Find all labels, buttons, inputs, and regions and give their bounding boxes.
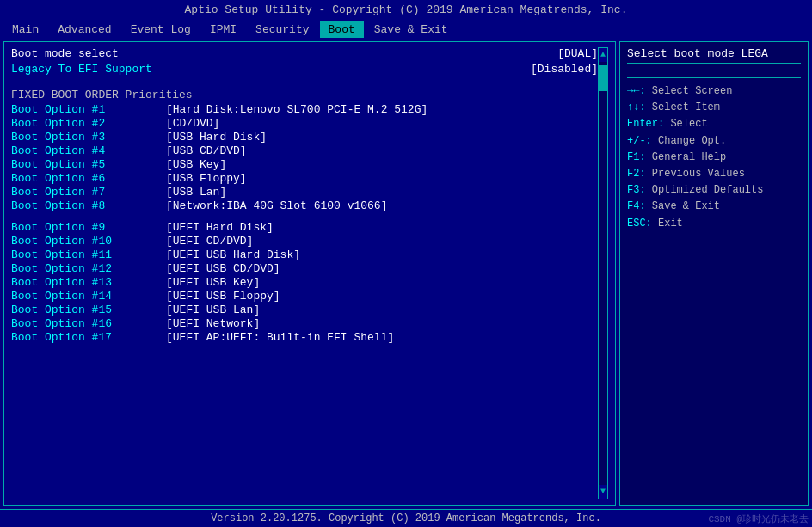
help-item-1: ↑↓: Select Item xyxy=(627,100,801,116)
scroll-down-arrow[interactable]: ▼ xyxy=(600,487,606,497)
boot-option-label-14[interactable]: Boot Option #14 xyxy=(11,290,166,303)
nav-tab-boot[interactable]: Boot xyxy=(320,21,364,38)
help-text-4: General Help xyxy=(646,151,727,163)
help-key-8: ESC: xyxy=(627,218,652,230)
boot-option-value-14: [UEFI USB Floppy] xyxy=(166,290,598,303)
boot-option-row-9: Boot Option #9[UEFI Hard Disk] xyxy=(11,221,598,234)
boot-option-label-7[interactable]: Boot Option #8 xyxy=(11,199,166,212)
legacy-label: Legacy To EFI Support xyxy=(11,63,152,76)
scroll-up-arrow[interactable]: ▲ xyxy=(600,50,606,60)
boot-mode-value[interactable]: [DUAL] xyxy=(557,47,598,60)
boot-option-row-0: Boot Option #1[Hard Disk:Lenovo SL700 PC… xyxy=(11,103,598,116)
help-text-0: Select Screen xyxy=(646,85,733,97)
boot-option-row-6: Boot Option #7[USB Lan] xyxy=(11,186,598,199)
boot-option-label-0[interactable]: Boot Option #1 xyxy=(11,103,166,116)
help-item-8: ESC: Exit xyxy=(627,216,801,232)
boot-option-value-0: [Hard Disk:Lenovo SL700 PCI-E M.2 512G] xyxy=(166,103,598,116)
boot-option-label-11[interactable]: Boot Option #11 xyxy=(11,248,166,261)
boot-option-row-3: Boot Option #4[USB CD/DVD] xyxy=(11,144,598,157)
nav-tab-event-log[interactable]: Event Log xyxy=(122,21,200,38)
nav-tab-save-&-exit[interactable]: Save & Exit xyxy=(366,21,457,38)
boot-option-label-2[interactable]: Boot Option #3 xyxy=(11,131,166,144)
legacy-value[interactable]: [Disabled] xyxy=(531,63,598,76)
boot-option-row-12: Boot Option #12[UEFI USB CD/DVD] xyxy=(11,262,598,275)
boot-option-value-16: [UEFI Network] xyxy=(166,317,598,330)
left-panel: Boot mode select [DUAL] Legacy To EFI Su… xyxy=(3,41,616,506)
title-text: Aptio Setup Utility - Copyright (C) 2019… xyxy=(185,3,628,16)
boot-option-value-1: [CD/DVD] xyxy=(166,117,598,130)
boot-option-value-13: [UEFI USB Key] xyxy=(166,276,598,289)
scroll-track xyxy=(599,62,607,485)
boot-option-value-6: [USB Lan] xyxy=(166,186,598,199)
help-key-5: F2: xyxy=(627,168,646,180)
boot-option-row-11: Boot Option #11[UEFI USB Hard Disk] xyxy=(11,248,598,261)
boot-option-row-10: Boot Option #10[UEFI CD/DVD] xyxy=(11,235,598,248)
boot-option-row-13: Boot Option #13[UEFI USB Key] xyxy=(11,276,598,289)
boot-option-row-5: Boot Option #6[USB Floppy] xyxy=(11,172,598,185)
boot-option-value-3: [USB CD/DVD] xyxy=(166,144,598,157)
boot-option-row-16: Boot Option #16[UEFI Network] xyxy=(11,317,598,330)
help-item-6: F3: Optimized Defaults xyxy=(627,182,801,199)
help-key-4: F1: xyxy=(627,151,646,163)
boot-option-label-13[interactable]: Boot Option #13 xyxy=(11,276,166,289)
boot-option-value-17: [UEFI AP:UEFI: Built-in EFI Shell] xyxy=(166,331,598,344)
boot-option-row-17: Boot Option #17[UEFI AP:UEFI: Built-in E… xyxy=(11,331,598,344)
help-key-3: +/-: xyxy=(627,135,652,147)
right-panel: Select boot mode LEGA →←: Select Screen↑… xyxy=(619,41,809,506)
title-bar: Aptio Setup Utility - Copyright (C) 2019… xyxy=(0,0,812,20)
boot-option-row-7: Boot Option #8[Network:IBA 40G Slot 6100… xyxy=(11,199,598,212)
help-item-3: +/-: Change Opt. xyxy=(627,133,801,150)
boot-option-label-3[interactable]: Boot Option #4 xyxy=(11,144,166,157)
boot-option-label-9[interactable]: Boot Option #9 xyxy=(11,221,166,234)
nav-tab-advanced[interactable]: Advanced xyxy=(49,21,120,38)
boot-option-value-7: [Network:IBA 40G Slot 6100 v1066] xyxy=(166,199,598,212)
nav-tab-security[interactable]: Security xyxy=(247,21,317,38)
boot-option-label-16[interactable]: Boot Option #16 xyxy=(11,317,166,330)
boot-option-row-2: Boot Option #3[USB Hard Disk] xyxy=(11,131,598,144)
boot-option-row-8 xyxy=(11,213,598,220)
footer: Version 2.20.1275. Copyright (C) 2019 Am… xyxy=(0,509,812,527)
boot-option-value-5: [USB Floppy] xyxy=(166,172,598,185)
fixed-order-header: FIXED BOOT ORDER Priorities xyxy=(11,89,598,101)
help-section: →←: Select Screen↑↓: Select ItemEnter: S… xyxy=(627,77,801,232)
legacy-row: Legacy To EFI Support [Disabled] xyxy=(11,63,598,76)
boot-option-value-2: [USB Hard Disk] xyxy=(166,131,598,144)
boot-option-label-5[interactable]: Boot Option #6 xyxy=(11,172,166,185)
boot-option-row-15: Boot Option #15[UEFI USB Lan] xyxy=(11,303,598,316)
boot-option-value-9: [UEFI Hard Disk] xyxy=(166,221,598,234)
help-text-6: Optimized Defaults xyxy=(646,184,764,196)
nav-tab-main[interactable]: Main xyxy=(3,21,47,38)
boot-option-row-14: Boot Option #14[UEFI USB Floppy] xyxy=(11,290,598,303)
help-text-5: Previous Values xyxy=(646,168,745,180)
help-item-2: Enter: Select xyxy=(627,116,801,132)
scroll-bar[interactable]: ▲ ▼ xyxy=(598,47,608,499)
boot-option-label-4[interactable]: Boot Option #5 xyxy=(11,158,166,171)
help-text-2: Select xyxy=(664,118,707,130)
nav-bar: MainAdvancedEvent LogIPMISecurityBootSav… xyxy=(0,20,812,38)
footer-text: Version 2.20.1275. Copyright (C) 2019 Am… xyxy=(211,512,601,524)
boot-option-row-1: Boot Option #2[CD/DVD] xyxy=(11,117,598,130)
watermark: CSDN @珍时光仍未老去 xyxy=(708,512,809,525)
left-content: Boot mode select [DUAL] Legacy To EFI Su… xyxy=(11,47,598,499)
scroll-thumb xyxy=(599,65,607,91)
help-key-6: F3: xyxy=(627,184,646,196)
boot-option-label-6[interactable]: Boot Option #7 xyxy=(11,186,166,199)
help-item-7: F4: Save & Exit xyxy=(627,199,801,215)
boot-option-label-10[interactable]: Boot Option #10 xyxy=(11,235,166,248)
nav-tab-ipmi[interactable]: IPMI xyxy=(201,21,245,38)
help-text-1: Select Item xyxy=(646,101,720,113)
help-item-4: F1: General Help xyxy=(627,150,801,166)
boot-option-label-1[interactable]: Boot Option #2 xyxy=(11,117,166,130)
main-content: Boot mode select [DUAL] Legacy To EFI Su… xyxy=(0,38,812,509)
boot-option-value-15: [UEFI USB Lan] xyxy=(166,303,598,316)
boot-mode-label: Boot mode select xyxy=(11,47,119,60)
right-panel-title: Select boot mode LEGA xyxy=(627,47,801,64)
help-text-7: Save & Exit xyxy=(646,200,720,212)
boot-option-value-4: [USB Key] xyxy=(166,158,598,171)
boot-option-label-12[interactable]: Boot Option #12 xyxy=(11,262,166,275)
help-key-0: →←: xyxy=(627,85,646,97)
boot-option-label-17[interactable]: Boot Option #17 xyxy=(11,331,166,344)
boot-option-value-11: [UEFI USB Hard Disk] xyxy=(166,248,598,261)
boot-option-label-15[interactable]: Boot Option #15 xyxy=(11,303,166,316)
boot-option-value-10: [UEFI CD/DVD] xyxy=(166,235,598,248)
